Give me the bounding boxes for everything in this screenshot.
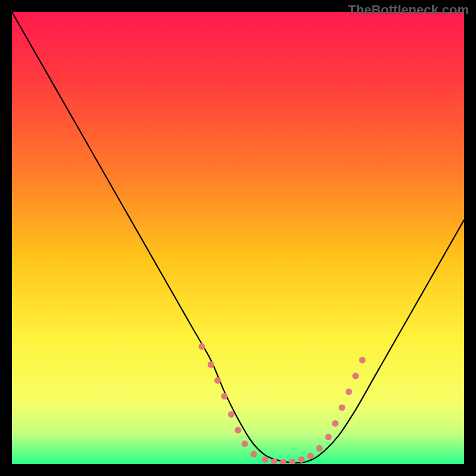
highlight-dot: [262, 456, 268, 463]
highlight-dot: [208, 361, 214, 368]
highlight-dot: [250, 451, 257, 458]
watermark-text: TheBottleneck.com: [348, 2, 469, 18]
highlight-dot: [298, 456, 305, 463]
highlight-dot: [214, 377, 221, 384]
highlight-dot: [346, 389, 352, 395]
highlight-dot: [228, 411, 234, 418]
highlight-dot: [221, 393, 228, 400]
highlight-dot: [332, 420, 339, 427]
highlight-dot: [352, 372, 359, 379]
highlight-dot: [359, 357, 366, 364]
highlight-dot: [307, 453, 314, 459]
gradient-background: [12, 12, 464, 464]
highlight-dot: [339, 405, 345, 411]
bottleneck-chart: [12, 12, 464, 464]
highlight-dot: [235, 427, 242, 434]
highlight-dot: [316, 445, 322, 452]
highlight-dot: [325, 434, 332, 440]
highlight-dot: [242, 440, 248, 447]
highlight-dot: [199, 343, 205, 350]
